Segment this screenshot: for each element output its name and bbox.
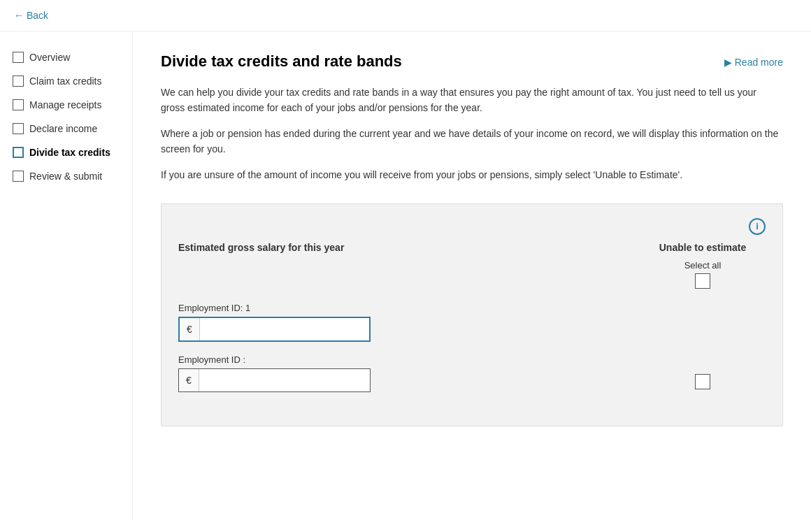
sidebar-item-label-claim-tax-credits: Claim tax credits: [29, 76, 101, 87]
sidebar-item-label-overview: Overview: [29, 52, 70, 63]
employment-2-salary-input[interactable]: [199, 369, 370, 391]
employment-1-row: Employment ID: 1 €: [178, 303, 766, 342]
employment-2-unable-checkbox[interactable]: [695, 374, 710, 389]
main-content: Divide tax credits and rate bands ▶ Read…: [133, 31, 811, 521]
panel-col-salary-header: Estimated gross salary for this year: [178, 242, 640, 253]
panel-col-unable-header: Unable to estimate: [640, 242, 766, 253]
employment-1-input-wrapper: €: [178, 317, 371, 342]
sidebar-item-manage-receipts[interactable]: Manage receipts: [8, 93, 124, 117]
sidebar-item-label-review-submit: Review & submit: [29, 171, 102, 182]
info-icon[interactable]: i: [749, 218, 766, 235]
sidebar-item-label-manage-receipts: Manage receipts: [29, 99, 102, 110]
employment-2-input-wrapper: €: [178, 368, 371, 392]
description-3: If you are unsure of the amount of incom…: [161, 167, 783, 182]
read-more-label: Read more: [735, 57, 783, 68]
sidebar-checkbox-manage-receipts: [13, 99, 24, 110]
sidebar-checkbox-review-submit: [13, 171, 24, 182]
employment-2-input-col: Employment ID : €: [178, 354, 640, 392]
col-salary-label: Estimated gross salary for this year: [178, 242, 344, 253]
top-back-link[interactable]: ← Back: [14, 10, 48, 21]
select-all-text: Select all: [640, 260, 766, 271]
bottom-buttons: Back Next →: [0, 521, 811, 532]
sidebar: Overview Claim tax credits Manage receip…: [0, 31, 133, 521]
sidebar-item-divide-tax-credits[interactable]: Divide tax credits: [8, 141, 124, 164]
info-panel: i Estimated gross salary for this year U…: [161, 203, 783, 426]
employment-2-checkbox-col: [640, 374, 766, 392]
sidebar-checkbox-divide-tax-credits: [13, 147, 24, 158]
employment-1-currency: €: [180, 318, 200, 340]
sidebar-item-overview[interactable]: Overview: [8, 45, 124, 69]
employment-2-label: Employment ID :: [178, 354, 640, 365]
read-more-link[interactable]: ▶ Read more: [724, 57, 783, 68]
page-title: Divide tax credits and rate bands: [161, 52, 402, 71]
employment-2-currency: €: [179, 369, 199, 391]
sidebar-checkbox-declare-income: [13, 123, 24, 134]
sidebar-checkbox-claim-tax-credits: [13, 76, 24, 87]
sidebar-checkbox-overview: [13, 52, 24, 63]
top-back-nav: ← Back: [0, 0, 811, 31]
sidebar-item-declare-income[interactable]: Declare income: [8, 117, 124, 141]
info-icon-row: i: [178, 218, 766, 235]
employment-1-inner: Employment ID: 1 €: [178, 303, 766, 342]
employment-1-input-col: Employment ID: 1 €: [178, 303, 640, 342]
panel-header-row: Estimated gross salary for this year Una…: [178, 242, 766, 253]
description-block: We can help you divide your tax credits …: [161, 85, 783, 182]
description-2: Where a job or pension has ended during …: [161, 126, 783, 157]
read-more-arrow-icon: ▶: [724, 57, 732, 68]
employment-1-label: Employment ID: 1: [178, 303, 640, 313]
col-unable-label: Unable to estimate: [659, 242, 746, 253]
employment-1-salary-input[interactable]: [200, 318, 369, 340]
sidebar-item-review-submit[interactable]: Review & submit: [8, 164, 124, 188]
employment-2-inner: Employment ID : €: [178, 354, 766, 392]
back-arrow-icon: ←: [14, 10, 24, 21]
sidebar-item-label-divide-tax-credits: Divide tax credits: [29, 147, 110, 158]
description-1: We can help you divide your tax credits …: [161, 85, 783, 116]
top-back-label: Back: [27, 10, 48, 21]
employment-1-checkbox-col: [640, 339, 766, 342]
select-all-checkbox[interactable]: [695, 273, 710, 289]
page-layout: Overview Claim tax credits Manage receip…: [0, 31, 811, 521]
employment-2-row: Employment ID : €: [178, 354, 766, 392]
sidebar-item-claim-tax-credits[interactable]: Claim tax credits: [8, 69, 124, 93]
sidebar-item-label-declare-income: Declare income: [29, 123, 97, 134]
